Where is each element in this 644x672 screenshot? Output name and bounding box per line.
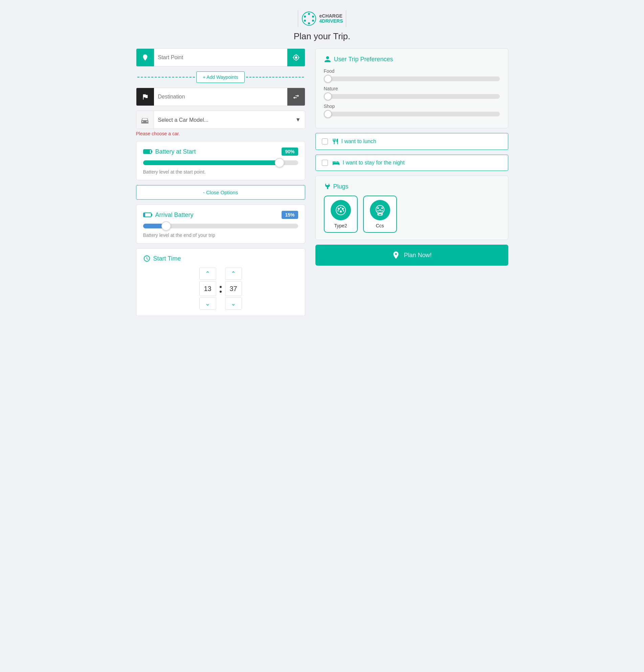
start-point-input[interactable] bbox=[154, 55, 287, 61]
close-options-btn[interactable]: - Close Options bbox=[136, 185, 305, 200]
hours-value: 13 bbox=[199, 281, 216, 296]
food-slider[interactable] bbox=[324, 76, 500, 81]
svg-point-23 bbox=[381, 207, 383, 209]
plug-icon bbox=[324, 183, 331, 190]
plug-ccs[interactable]: Ccs bbox=[363, 195, 397, 233]
nature-slider[interactable] bbox=[324, 94, 500, 99]
swap-btn[interactable] bbox=[287, 88, 305, 106]
time-colon bbox=[219, 286, 222, 293]
page-title: Plan your Trip. bbox=[294, 31, 350, 41]
hours-down-btn[interactable]: ⌄ bbox=[199, 297, 216, 310]
svg-point-2 bbox=[312, 15, 314, 17]
logo-container: eCHARGE 4DRIVERS bbox=[301, 11, 343, 27]
svg-point-22 bbox=[377, 207, 379, 209]
night-row[interactable]: I want to stay for the night bbox=[315, 155, 508, 171]
car-icon-area bbox=[136, 111, 154, 129]
arrival-battery-slider[interactable] bbox=[143, 224, 298, 228]
svg-rect-9 bbox=[151, 151, 152, 153]
flag-icon bbox=[142, 93, 149, 100]
car-error-text: Please choose a car. bbox=[136, 131, 305, 136]
colon-dot-top bbox=[219, 286, 222, 288]
battery-start-fill bbox=[143, 160, 279, 165]
svg-point-4 bbox=[308, 22, 310, 24]
destination-input[interactable] bbox=[154, 94, 287, 100]
car-select[interactable]: Select a Car Model... Tesla Model 3 Niss… bbox=[154, 117, 296, 123]
shop-slider[interactable] bbox=[324, 112, 500, 116]
hours-up-btn[interactable]: ⌃ bbox=[199, 268, 216, 280]
minutes-up-btn[interactable]: ⌃ bbox=[225, 268, 242, 280]
start-point-icon-btn bbox=[136, 48, 154, 67]
arrival-battery-header: Arrival Battery 15% bbox=[143, 211, 298, 219]
car-icon bbox=[140, 116, 150, 123]
battery-start-card: Battery at Start 90% Battery level at th… bbox=[136, 141, 305, 180]
arrival-battery-card: Arrival Battery 15% Battery level at the… bbox=[136, 204, 305, 244]
header-divider-left bbox=[298, 10, 298, 27]
left-panel: + Add Waypoints bbox=[136, 48, 305, 316]
svg-point-17 bbox=[340, 211, 342, 213]
battery-arrival-icon bbox=[143, 212, 153, 218]
minutes-value: 37 bbox=[225, 281, 242, 296]
bed-icon bbox=[332, 160, 340, 166]
plan-now-btn[interactable]: Plan Now! bbox=[315, 245, 508, 266]
start-point-row bbox=[136, 48, 305, 67]
svg-point-18 bbox=[337, 210, 339, 212]
lunch-label: I want to lunch bbox=[332, 138, 376, 145]
logo-4drivers: 4DRIVERS bbox=[319, 19, 343, 24]
battery-start-slider[interactable] bbox=[143, 160, 298, 165]
dashed-line-right bbox=[246, 77, 304, 77]
plan-now-label: Plan Now! bbox=[404, 252, 431, 259]
svg-point-20 bbox=[340, 207, 342, 208]
plug-type2[interactable]: Type2 bbox=[324, 195, 358, 233]
svg-point-15 bbox=[338, 208, 340, 210]
nature-label: Nature bbox=[324, 86, 500, 91]
dashed-line-left bbox=[138, 77, 195, 77]
car-select-row: Select a Car Model... Tesla Model 3 Niss… bbox=[136, 111, 305, 129]
ccs-icon-circle bbox=[370, 200, 390, 220]
svg-point-24 bbox=[379, 209, 381, 211]
hours-spinner: ⌃ 13 ⌄ bbox=[199, 268, 216, 310]
minutes-down-btn[interactable]: ⌄ bbox=[225, 297, 242, 310]
food-thumb[interactable] bbox=[324, 75, 332, 83]
gps-locate-btn[interactable] bbox=[287, 48, 305, 67]
arrival-battery-desc: Battery level at the end of your trip bbox=[143, 232, 298, 238]
lunch-row[interactable]: I want to lunch bbox=[315, 133, 508, 150]
svg-point-19 bbox=[343, 210, 344, 212]
car-chevron-icon: ▼ bbox=[296, 117, 305, 123]
ccs-label: Ccs bbox=[375, 223, 384, 228]
svg-point-1 bbox=[308, 13, 310, 15]
nature-thumb[interactable] bbox=[324, 92, 332, 100]
svg-rect-13 bbox=[144, 213, 145, 217]
night-checkbox[interactable] bbox=[322, 160, 328, 166]
waypoints-row: + Add Waypoints bbox=[136, 71, 305, 83]
svg-point-5 bbox=[304, 20, 306, 22]
type2-plug-icon bbox=[335, 204, 347, 216]
preferences-card: User Trip Preferences Food Nature bbox=[315, 48, 508, 128]
add-waypoints-btn[interactable]: + Add Waypoints bbox=[196, 71, 245, 83]
shop-thumb[interactable] bbox=[324, 110, 332, 118]
arrival-battery-label: Arrival Battery bbox=[143, 212, 193, 219]
lunch-icon bbox=[332, 138, 339, 145]
night-label: I want to stay for the night bbox=[332, 160, 405, 166]
svg-point-6 bbox=[304, 15, 306, 17]
pref-header: User Trip Preferences bbox=[324, 56, 500, 63]
battery-start-label: Battery at Start bbox=[143, 148, 196, 155]
svg-point-28 bbox=[378, 214, 379, 215]
start-time-header: Start Time bbox=[143, 255, 298, 262]
svg-point-26 bbox=[381, 210, 383, 212]
ccs-plug-icon bbox=[374, 204, 386, 216]
destination-row bbox=[136, 88, 305, 106]
nature-slider-row: Nature bbox=[324, 86, 500, 99]
svg-rect-12 bbox=[151, 214, 152, 216]
svg-point-3 bbox=[312, 20, 314, 22]
battery-start-thumb[interactable] bbox=[275, 158, 284, 168]
destination-icon-btn bbox=[136, 88, 154, 106]
lunch-checkbox[interactable] bbox=[322, 139, 328, 144]
food-label: Food bbox=[324, 68, 500, 74]
main-layout: + Add Waypoints bbox=[136, 48, 508, 316]
battery-start-desc: Battery level at the start point. bbox=[143, 169, 298, 175]
battery-start-icon bbox=[143, 149, 153, 154]
arrival-battery-thumb[interactable] bbox=[162, 221, 171, 231]
svg-rect-10 bbox=[144, 150, 150, 153]
battery-start-header: Battery at Start 90% bbox=[143, 147, 298, 156]
type2-label: Type2 bbox=[334, 223, 347, 228]
